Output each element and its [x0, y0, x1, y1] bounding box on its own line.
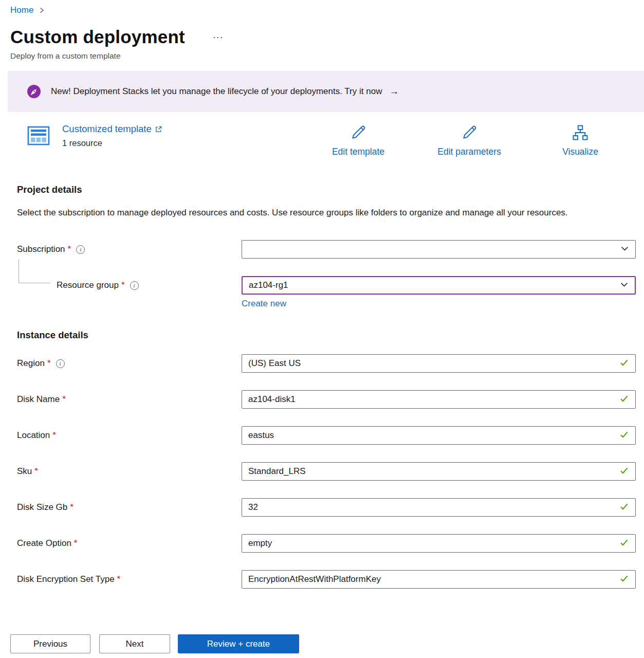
disk-encryption-set-type-input[interactable] [248, 574, 619, 584]
resource-group-row: Resource group * i [10, 276, 636, 295]
disk-size-input[interactable] [248, 502, 619, 513]
disk-size-row: Disk Size Gb * [10, 498, 636, 517]
create-option-input-box[interactable] [242, 534, 636, 553]
subscription-combobox[interactable] [242, 240, 636, 259]
disk-encryption-set-type-input-box[interactable] [242, 570, 636, 589]
footer-bar: Previous Next Review + create [0, 617, 644, 658]
required-marker: * [74, 538, 78, 549]
breadcrumb-home-link[interactable]: Home [10, 5, 33, 15]
template-resource-count: 1 resource [62, 138, 162, 148]
pencil-icon [349, 123, 367, 142]
valid-check-icon [619, 574, 629, 586]
banner-text: New! Deployment Stacks let you manage th… [51, 86, 382, 97]
required-marker: * [47, 358, 51, 369]
required-marker: * [68, 244, 71, 254]
instance-details-form: Region * i Disk Name * [10, 354, 636, 589]
required-marker: * [34, 466, 38, 477]
edit-template-button[interactable]: Edit template [303, 123, 414, 157]
region-input[interactable] [248, 358, 619, 369]
template-summary-row: Customized template 1 resource Edit temp… [10, 123, 636, 157]
template-icon [26, 123, 51, 148]
project-details-form: Subscription * i Resource group * i [10, 240, 636, 309]
page-subtitle: Deploy from a custom template [10, 51, 636, 61]
region-input-box[interactable] [242, 354, 636, 373]
required-marker: * [52, 430, 56, 441]
location-row: Location * [10, 426, 636, 445]
location-label: Location [17, 430, 50, 441]
edit-parameters-label: Edit parameters [437, 147, 501, 157]
org-chart-icon [571, 123, 590, 142]
project-details-heading: Project details [17, 184, 636, 195]
subscription-row: Subscription * i [10, 240, 636, 259]
arrow-right-icon[interactable]: → [389, 86, 399, 97]
visualize-label: Visualize [562, 147, 598, 157]
pencil-icon [460, 123, 479, 142]
more-options-button[interactable]: ··· [210, 30, 227, 44]
custom-deployment-page: Home Custom deployment ··· Deploy from a… [0, 0, 644, 589]
breadcrumb: Home [10, 5, 636, 15]
info-icon[interactable]: i [130, 281, 139, 290]
required-marker: * [70, 502, 73, 513]
template-name-label: Customized template [62, 123, 152, 135]
review-create-button[interactable]: Review + create [178, 634, 299, 653]
valid-check-icon [619, 538, 629, 550]
connector-line [19, 260, 50, 283]
disk-name-input-box[interactable] [242, 390, 636, 409]
rocket-icon [27, 85, 41, 98]
disk-size-input-box[interactable] [242, 498, 636, 517]
region-label: Region [17, 358, 45, 369]
create-option-label: Create Option [17, 538, 71, 549]
info-icon[interactable]: i [76, 245, 85, 254]
edit-parameters-button[interactable]: Edit parameters [414, 123, 525, 157]
instance-details-heading: Instance details [17, 330, 636, 341]
required-marker: * [117, 574, 121, 584]
sku-label: Sku [17, 466, 32, 477]
valid-check-icon [619, 430, 629, 442]
create-option-row: Create Option * [10, 534, 636, 553]
sku-input-box[interactable] [242, 462, 636, 481]
subscription-label: Subscription [17, 244, 65, 254]
chevron-down-icon [620, 280, 629, 291]
disk-name-input[interactable] [248, 394, 619, 405]
sku-input[interactable] [248, 466, 619, 477]
disk-name-row: Disk Name * [10, 390, 636, 409]
announcement-banner: New! Deployment Stacks let you manage th… [8, 71, 644, 112]
resource-group-combobox[interactable] [242, 276, 636, 295]
visualize-button[interactable]: Visualize [525, 123, 636, 157]
resource-group-input[interactable] [249, 280, 620, 290]
valid-check-icon [619, 358, 629, 370]
edit-template-label: Edit template [332, 147, 384, 157]
location-input-box[interactable] [242, 426, 636, 445]
create-option-input[interactable] [248, 538, 619, 549]
disk-encryption-set-type-row: Disk Encryption Set Type * [10, 570, 636, 589]
sku-row: Sku * [10, 462, 636, 481]
template-name-link[interactable]: Customized template [62, 123, 162, 135]
create-new-link[interactable]: Create new [242, 299, 286, 309]
subscription-input[interactable] [248, 244, 620, 254]
valid-check-icon [619, 466, 629, 478]
breadcrumb-chevron-icon [39, 7, 45, 14]
disk-encryption-set-type-label: Disk Encryption Set Type [17, 574, 115, 584]
required-marker: * [62, 394, 66, 405]
location-input[interactable] [248, 430, 619, 441]
valid-check-icon [619, 394, 629, 406]
chevron-down-icon [620, 244, 629, 255]
project-details-description: Select the subscription to manage deploy… [17, 206, 608, 220]
valid-check-icon [619, 502, 629, 514]
disk-name-label: Disk Name [17, 394, 60, 405]
disk-size-label: Disk Size Gb [17, 502, 67, 513]
info-icon[interactable]: i [56, 359, 65, 368]
region-row: Region * i [10, 354, 636, 373]
previous-button[interactable]: Previous [10, 634, 90, 653]
resource-group-label: Resource group [57, 280, 119, 290]
required-marker: * [121, 280, 125, 290]
next-button[interactable]: Next [99, 634, 170, 653]
template-actions: Edit template Edit parameters Visualize [303, 123, 636, 157]
page-title: Custom deployment [10, 27, 185, 47]
external-link-icon [155, 125, 162, 133]
